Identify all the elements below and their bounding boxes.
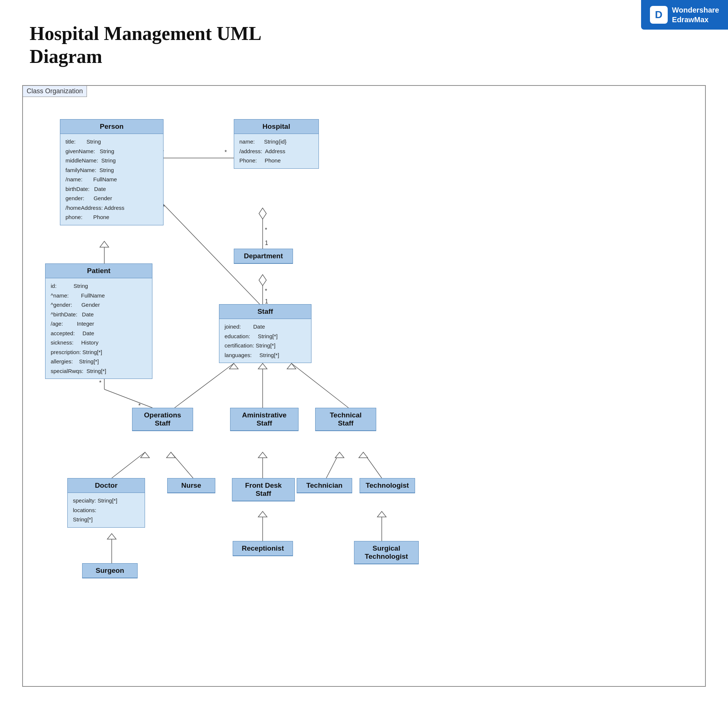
brand-name-1: Wondershare (672, 5, 719, 15)
class-nurse-header: Nurse (167, 479, 215, 493)
class-surgical-technologist: Surgical Technologist (354, 541, 419, 564)
class-receptionist-header: Receptionist (233, 541, 293, 556)
class-hospital: Hospital name: String{id} /address: Addr… (234, 119, 319, 169)
class-surgical-technologist-header: Surgical Technologist (354, 541, 418, 564)
svg-line-27 (171, 452, 193, 478)
class-staff: Staff joined: Date education: String[*] … (219, 304, 312, 363)
svg-marker-12 (100, 241, 109, 247)
class-operations-staff-header: Operations Staff (132, 408, 193, 431)
class-surgeon: Surgeon (82, 563, 138, 578)
svg-line-25 (112, 452, 145, 478)
svg-line-31 (326, 452, 339, 478)
class-patient-body: id: String ^name: FullName ^gender: Gend… (45, 278, 152, 379)
class-person: Person title: String givenName: String m… (60, 119, 163, 225)
class-patient: Patient id: String ^name: FullName ^gend… (45, 264, 152, 379)
svg-line-19 (175, 363, 234, 408)
logo-icon: D (650, 6, 668, 24)
class-department: Department (234, 249, 293, 264)
class-administrative-staff: Aministrative Staff (230, 408, 298, 431)
svg-marker-24 (287, 363, 296, 369)
class-patient-header: Patient (45, 264, 152, 278)
class-operations-staff: Operations Staff (132, 408, 193, 431)
class-receptionist: Receptionist (233, 541, 293, 556)
svg-marker-32 (335, 452, 344, 458)
svg-text:*: * (265, 288, 267, 294)
class-hospital-body: name: String{id} /address: Address Phone… (234, 134, 319, 168)
svg-marker-36 (258, 511, 267, 517)
class-doctor-header: Doctor (68, 479, 145, 493)
svg-marker-38 (107, 534, 116, 539)
svg-marker-28 (166, 452, 175, 458)
svg-text:*: * (224, 149, 227, 155)
svg-text:1: 1 (265, 298, 268, 305)
class-doctor: Doctor specialty: String[*] locations: S… (67, 478, 145, 528)
class-front-desk-staff: Front Desk Staff (232, 478, 295, 502)
class-surgeon-header: Surgeon (83, 563, 137, 578)
class-nurse: Nurse (167, 478, 215, 493)
class-technical-staff-header: Technical Staff (316, 408, 376, 431)
class-org-label: Class Organization (23, 86, 87, 97)
svg-marker-26 (141, 452, 150, 458)
class-doctor-body: specialty: String[*] locations: String[*… (68, 493, 145, 527)
svg-text:*: * (265, 227, 267, 233)
logo-bar: D Wondershare EdrawMax (641, 0, 728, 29)
class-technician: Technician (297, 478, 352, 493)
diagram-area: Class Organization * * * 1 * 1 (22, 85, 706, 687)
class-technologist-header: Technologist (360, 479, 415, 493)
svg-line-16 (104, 389, 152, 408)
svg-marker-20 (229, 363, 238, 369)
page: D Wondershare EdrawMax Hospital Manageme… (0, 0, 728, 709)
svg-marker-22 (258, 363, 267, 369)
svg-marker-4 (259, 208, 266, 219)
brand-name-2: EdrawMax (672, 15, 719, 25)
class-technician-header: Technician (297, 479, 352, 493)
class-staff-body: joined: Date education: String[*] certif… (219, 319, 311, 363)
class-staff-header: Staff (219, 305, 311, 319)
logo-letter: D (655, 9, 662, 21)
class-front-desk-staff-header: Front Desk Staff (232, 479, 294, 501)
class-department-header: Department (234, 249, 293, 264)
logo-text: Wondershare EdrawMax (672, 5, 719, 25)
page-title: Hospital Management UML Diagram (30, 22, 262, 69)
class-technical-staff: Technical Staff (315, 408, 376, 431)
svg-marker-40 (377, 511, 386, 517)
svg-marker-30 (258, 452, 267, 458)
svg-text:*: * (99, 380, 101, 386)
svg-marker-34 (359, 452, 368, 458)
class-hospital-header: Hospital (234, 120, 319, 134)
svg-line-33 (363, 452, 382, 478)
svg-marker-8 (259, 274, 266, 286)
class-administrative-staff-header: Aministrative Staff (230, 408, 298, 431)
class-person-body: title: String givenName: String middleNa… (60, 134, 163, 225)
class-technologist: Technologist (360, 478, 415, 493)
class-person-header: Person (60, 120, 163, 134)
svg-text:1: 1 (265, 240, 268, 246)
svg-line-23 (291, 363, 348, 408)
